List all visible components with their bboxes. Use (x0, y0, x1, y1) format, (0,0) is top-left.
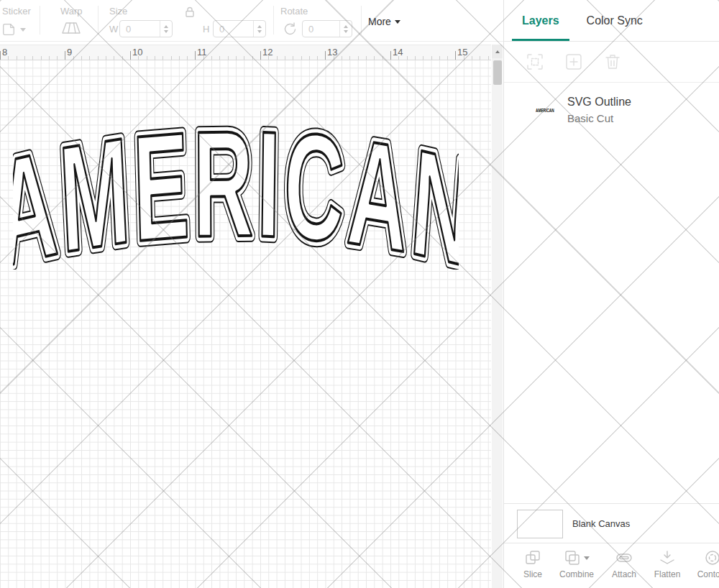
more-label: More (368, 16, 391, 27)
design-object-american[interactable]: AMERICAN AMERICAN AMERICAN (13, 115, 459, 270)
slice-icon (524, 549, 541, 566)
height-value: 0 (214, 21, 253, 37)
warp-section-label: Warp (60, 6, 83, 17)
add-layer-button[interactable] (564, 52, 583, 71)
stepper-down-icon (257, 30, 262, 33)
scroll-up-button[interactable] (492, 45, 503, 58)
height-stepper[interactable] (253, 21, 265, 37)
width-label: W (109, 24, 118, 35)
scrollbar-thumb[interactable] (493, 60, 502, 85)
edit-toolbar: Sticker Warp Size W 0 (0, 0, 503, 42)
stepper-down-icon (164, 30, 168, 33)
combine-icon (564, 549, 581, 566)
attach-label: Attach (612, 569, 636, 579)
svg-text:AMERICAN: AMERICAN (13, 115, 459, 270)
blank-canvas-label: Blank Canvas (572, 518, 630, 529)
rotate-stepper[interactable] (339, 21, 352, 37)
sticker-dropdown-button[interactable] (1, 22, 26, 37)
width-stepper[interactable] (160, 21, 172, 37)
ruler-tick: 13 (327, 47, 337, 58)
rotate-input[interactable]: 0 (302, 20, 352, 37)
more-button[interactable]: More (368, 16, 400, 27)
select-all-button[interactable] (526, 52, 544, 71)
canvas-color-swatch (517, 510, 563, 538)
ruler-tick: 9 (67, 47, 72, 58)
layer-item-svg-outline[interactable]: AMERICAN SVG Outline Basic Cut (531, 96, 631, 124)
sticker-section-label: Sticker (2, 6, 31, 17)
width-input[interactable]: 0 (119, 20, 173, 37)
ruler-tick: 12 (262, 47, 273, 58)
layer-subtitle: Basic Cut (567, 112, 631, 124)
design-app-window: Sticker Warp Size W 0 (0, 0, 719, 588)
stepper-up-icon (164, 25, 168, 28)
canvas-vertical-scrollbar[interactable] (492, 45, 503, 588)
slice-button[interactable]: Slice (511, 549, 554, 579)
layers-panel: Layers Color Sync AMERICAN (503, 0, 719, 588)
lock-icon (184, 6, 196, 18)
width-value: 0 (120, 21, 160, 37)
stepper-up-icon (344, 25, 348, 28)
canvas-ruler: 8 9 10 11 12 13 14 15 (0, 45, 491, 60)
ruler-tick: 14 (393, 47, 403, 58)
aspect-lock-button[interactable] (184, 6, 196, 18)
toolbar-divider (361, 6, 362, 35)
layer-thumbnail: AMERICAN (531, 101, 559, 119)
size-section-label: Size (109, 6, 127, 17)
slice-label: Slice (523, 569, 542, 579)
contour-button[interactable]: Contour (691, 549, 719, 579)
flatten-icon (659, 549, 676, 566)
delete-layer-button[interactable] (603, 52, 622, 71)
toolbar-divider (273, 6, 274, 35)
toolbar-divider (98, 6, 99, 35)
layer-actions-bar: Slice Combine Attach (504, 543, 719, 588)
combine-label: Combine (559, 569, 594, 579)
design-canvas[interactable]: AMERICAN AMERICAN AMERICAN (0, 60, 491, 588)
chevron-down-icon (395, 20, 400, 24)
scroll-up-icon (495, 50, 500, 53)
tab-layers[interactable]: Layers (522, 0, 559, 41)
rotate-value: 0 (303, 21, 339, 37)
sticker-icon (1, 22, 16, 37)
design-text: AMERICAN (13, 115, 459, 270)
warp-icon (60, 21, 82, 35)
combine-button[interactable]: Combine (555, 549, 598, 579)
ruler-tick: 8 (2, 47, 7, 58)
flatten-label: Flatten (654, 569, 681, 579)
rotate-section-label: Rotate (280, 6, 308, 17)
ruler-tick: 11 (197, 47, 207, 58)
attach-icon (615, 549, 633, 566)
blank-canvas-row[interactable]: Blank Canvas (504, 503, 719, 543)
panel-tab-bar: Layers Color Sync (504, 0, 719, 42)
rotate-icon (282, 22, 296, 36)
tab-color-sync[interactable]: Color Sync (587, 0, 643, 41)
layer-tools-row (504, 42, 719, 83)
ruler-tick: 15 (457, 47, 467, 58)
stepper-up-icon (257, 25, 262, 28)
rotate-button[interactable] (282, 22, 296, 36)
layer-text-block: SVG Outline Basic Cut (567, 96, 631, 124)
contour-label: Contour (697, 569, 719, 579)
stepper-down-icon (344, 30, 348, 33)
layer-title: SVG Outline (567, 96, 631, 109)
contour-icon (704, 549, 719, 566)
height-input[interactable]: 0 (213, 20, 266, 37)
warp-button[interactable] (60, 21, 82, 35)
attach-button[interactable]: Attach (603, 549, 646, 579)
toolbar-divider (40, 6, 40, 35)
chevron-down-icon (20, 28, 26, 32)
flatten-button[interactable]: Flatten (646, 549, 689, 579)
height-label: H (203, 24, 209, 35)
ruler-tick: 10 (132, 47, 142, 58)
chevron-down-icon (584, 556, 590, 560)
